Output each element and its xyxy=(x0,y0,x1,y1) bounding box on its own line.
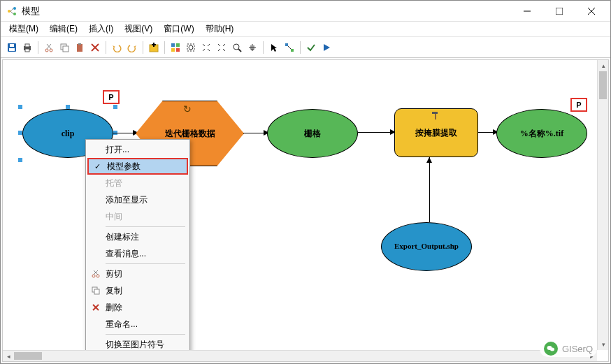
watermark: GISerQ xyxy=(540,340,597,357)
minimize-button[interactable] xyxy=(511,1,543,21)
ctx-view-messages[interactable]: 查看消息... xyxy=(87,245,188,262)
svg-line-39 xyxy=(223,44,225,46)
svg-rect-54 xyxy=(94,289,99,294)
magnifier-icon[interactable] xyxy=(230,41,244,54)
selection-handle[interactable] xyxy=(18,105,22,109)
menu-help[interactable]: 帮助(H) xyxy=(200,21,240,37)
scroll-left-icon[interactable]: ◂ xyxy=(3,351,14,362)
model-canvas[interactable]: P P clip 迭代栅格数据 ↻ 栅格 xyxy=(3,60,608,361)
ctx-cut[interactable]: 剪切 xyxy=(87,265,188,282)
ctx-model-params[interactable]: ✓ 模型参数 xyxy=(87,158,188,175)
ctx-managed: 托管 xyxy=(87,175,188,191)
svg-point-16 xyxy=(50,49,52,52)
node-output[interactable]: %名称%.tif xyxy=(496,109,587,158)
zoom-out-icon[interactable] xyxy=(215,41,229,54)
svg-rect-20 xyxy=(63,46,69,52)
delete-icon[interactable] xyxy=(88,41,102,54)
context-menu: 打开... ✓ 模型参数 托管 添加至显示 中间 创建标注 查看消息... 剪切 xyxy=(85,139,190,362)
copy-icon[interactable] xyxy=(57,41,71,54)
validate-icon[interactable] xyxy=(304,41,318,54)
ctx-open[interactable]: 打开... xyxy=(87,141,188,158)
horizontal-scrollbar[interactable]: ◂ ▸ xyxy=(3,350,597,361)
menu-view[interactable]: 视图(V) xyxy=(119,21,158,37)
svg-rect-13 xyxy=(25,44,29,47)
svg-line-43 xyxy=(238,49,241,52)
menu-window[interactable]: 窗口(W) xyxy=(158,21,199,37)
svg-rect-31 xyxy=(176,48,180,52)
copy-icon xyxy=(90,285,101,296)
window-title: 模型 xyxy=(22,5,511,17)
scroll-up-icon[interactable]: ▴ xyxy=(598,60,609,71)
node-label: 按掩膜提取 xyxy=(415,127,457,139)
node-label: Export_Output.shp xyxy=(394,242,459,251)
menu-insert[interactable]: 插入(I) xyxy=(83,21,119,37)
node-label: 迭代栅格数据 xyxy=(165,128,215,140)
svg-point-33 xyxy=(189,45,193,50)
ctx-copy[interactable]: 复制 xyxy=(87,282,188,299)
node-raster[interactable]: 栅格 xyxy=(267,109,358,158)
ctx-add-to-display[interactable]: 添加至显示 xyxy=(87,191,188,208)
scroll-thumb[interactable] xyxy=(14,352,42,360)
selection-handle[interactable] xyxy=(18,158,22,162)
maximize-button[interactable] xyxy=(543,1,575,21)
svg-point-2 xyxy=(13,13,16,15)
run-icon[interactable] xyxy=(319,41,333,54)
parameter-marker: P xyxy=(570,98,587,112)
select-icon[interactable] xyxy=(267,41,281,54)
menu-edit[interactable]: 编辑(E) xyxy=(44,21,83,37)
ctx-delete[interactable]: 删除 xyxy=(87,299,188,316)
svg-point-49 xyxy=(92,275,95,277)
svg-rect-11 xyxy=(10,44,14,47)
parameter-marker: P xyxy=(103,90,120,104)
save-icon[interactable] xyxy=(5,41,19,54)
scroll-thumb[interactable] xyxy=(599,71,607,99)
undo-icon[interactable] xyxy=(110,41,124,54)
close-button[interactable] xyxy=(575,1,608,21)
svg-rect-6 xyxy=(556,8,563,15)
ctx-create-label[interactable]: 创建标注 xyxy=(87,228,188,245)
node-label: %名称%.tif xyxy=(520,128,563,140)
svg-rect-45 xyxy=(291,49,294,52)
svg-rect-22 xyxy=(78,43,81,45)
layout-icon[interactable] xyxy=(168,41,182,54)
redo-icon[interactable] xyxy=(125,41,139,54)
cut-icon[interactable] xyxy=(42,41,56,54)
zoom-in-icon[interactable] xyxy=(199,41,213,54)
ctx-rename[interactable]: 重命名... xyxy=(87,316,188,333)
paste-icon[interactable] xyxy=(73,41,87,54)
scroll-down-icon[interactable]: ▾ xyxy=(598,339,609,350)
svg-line-40 xyxy=(218,49,220,51)
node-label: clip xyxy=(62,129,75,139)
svg-line-41 xyxy=(223,49,225,51)
menu-separator xyxy=(106,226,185,227)
node-export[interactable]: Export_Output.shp xyxy=(381,222,472,271)
connect-icon[interactable] xyxy=(282,41,296,54)
add-data-icon[interactable] xyxy=(147,41,161,54)
selection-handle[interactable] xyxy=(113,105,117,109)
svg-line-37 xyxy=(208,49,210,51)
ctx-intermediate: 中间 xyxy=(87,208,188,225)
zoom-extent-icon[interactable] xyxy=(184,41,198,54)
arrow-head-icon xyxy=(426,157,432,163)
svg-rect-10 xyxy=(9,48,15,51)
svg-point-0 xyxy=(8,10,10,13)
cut-icon xyxy=(90,268,101,279)
node-label: 栅格 xyxy=(304,128,321,140)
toolbar xyxy=(1,37,610,58)
svg-rect-29 xyxy=(176,43,180,47)
app-window: 模型 模型(M) 编辑(E) 插入(I) 视图(V) 窗口(W) 帮助(H) xyxy=(0,0,611,364)
connector xyxy=(478,132,494,133)
cycle-icon: ↻ xyxy=(183,103,192,115)
hammer-icon xyxy=(431,110,440,120)
svg-line-38 xyxy=(218,44,220,46)
connector xyxy=(429,157,430,222)
svg-rect-14 xyxy=(25,49,29,52)
menu-model[interactable]: 模型(M) xyxy=(3,21,44,37)
print-icon[interactable] xyxy=(20,41,34,54)
wechat-icon xyxy=(544,342,558,356)
vertical-scrollbar[interactable]: ▴ ▾ xyxy=(597,60,608,350)
connector xyxy=(244,133,265,133)
svg-rect-48 xyxy=(435,114,436,119)
svg-line-4 xyxy=(10,11,13,14)
pan-icon[interactable] xyxy=(245,41,259,54)
